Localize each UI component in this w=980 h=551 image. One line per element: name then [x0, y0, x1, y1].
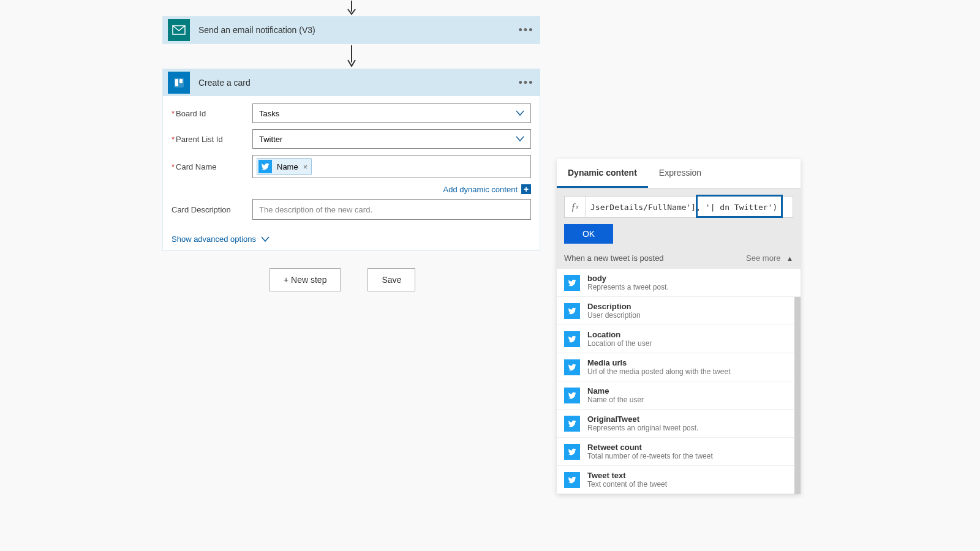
placeholder-text: The description of the new card. — [259, 205, 372, 214]
field-label-board: *Board Id — [172, 109, 252, 118]
ok-button[interactable]: OK — [564, 224, 613, 244]
item-desc: Total number of re-tweets for the tweet — [587, 452, 713, 460]
item-desc: Represents a tweet post. — [587, 283, 669, 291]
mail-icon — [168, 19, 190, 41]
item-title: Retweet count — [587, 443, 713, 452]
item-desc: Text content of the tweet — [587, 480, 667, 489]
board-select[interactable]: Tasks — [252, 103, 531, 123]
expression-text: JserDetails/FullName'], '| dn Twitter') — [586, 203, 793, 212]
field-label-desc: Card Description — [172, 205, 252, 214]
flow-arrow-icon — [162, 0, 540, 16]
source-title: When a new tweet is posted — [564, 253, 664, 263]
twitter-icon — [564, 444, 580, 460]
fx-icon: ƒx — [565, 197, 586, 217]
item-desc: User description — [587, 311, 641, 320]
show-advanced-options[interactable]: Show advanced options — [172, 234, 270, 244]
item-desc: Represents an original tweet post. — [587, 424, 698, 432]
step-send-email[interactable]: Send an email notification (V3) ••• — [162, 16, 540, 44]
item-title: Location — [587, 330, 652, 339]
field-label-cardname: *Card Name — [172, 162, 252, 171]
step-create-card: Create a card ••• *Board Id Tasks *Paren… — [162, 69, 540, 251]
item-title: OriginalTweet — [587, 414, 698, 424]
chevron-down-icon — [261, 236, 270, 242]
dynamic-items-list: bodyRepresents a tweet post.DescriptionU… — [557, 269, 801, 494]
flow-arrow-icon — [162, 44, 540, 69]
select-value: Tasks — [259, 109, 279, 118]
save-button[interactable]: Save — [368, 268, 415, 291]
plus-icon: + — [521, 184, 531, 194]
twitter-icon — [564, 388, 580, 403]
dynamic-item[interactable]: Retweet countTotal number of re-tweets f… — [557, 438, 801, 466]
item-desc: Name of the user — [587, 395, 644, 404]
item-title: body — [587, 274, 669, 283]
cardname-input[interactable]: Name × — [252, 155, 531, 178]
item-title: Media urls — [587, 358, 730, 367]
see-more-link[interactable]: See more — [746, 253, 780, 263]
twitter-icon — [564, 472, 580, 488]
step-header[interactable]: Create a card ••• — [163, 69, 540, 96]
svg-rect-2 — [175, 79, 178, 86]
collapse-icon[interactable]: ▲ — [786, 255, 793, 262]
chevron-down-icon — [516, 135, 524, 144]
twitter-icon — [564, 331, 580, 347]
svg-rect-3 — [179, 79, 183, 83]
list-select[interactable]: Twitter — [252, 129, 531, 149]
add-dynamic-content-link[interactable]: Add dynamic content + — [252, 184, 531, 194]
dynamic-content-panel: Dynamic content Expression ƒx JserDetail… — [557, 159, 801, 494]
twitter-icon — [564, 275, 580, 291]
dynamic-item[interactable]: OriginalTweetRepresents an original twee… — [557, 410, 801, 438]
twitter-icon — [258, 160, 272, 173]
item-desc: Location of the user — [587, 339, 652, 348]
dynamic-item[interactable]: bodyRepresents a tweet post. — [557, 269, 801, 297]
select-value: Twitter — [259, 135, 282, 144]
dynamic-item[interactable]: Tweet textText content of the tweet — [557, 466, 801, 494]
trello-icon — [168, 72, 190, 94]
step-title: Create a card — [198, 78, 518, 88]
chevron-down-icon — [516, 109, 524, 118]
scrollbar[interactable] — [794, 297, 801, 494]
expression-input[interactable]: ƒx JserDetails/FullName'], '| dn Twitter… — [564, 196, 793, 218]
dynamic-item[interactable]: DescriptionUser description — [557, 297, 801, 325]
twitter-icon — [564, 359, 580, 375]
twitter-icon — [564, 416, 580, 432]
step-menu-icon[interactable]: ••• — [518, 24, 535, 37]
token-remove-icon[interactable]: × — [303, 162, 308, 171]
new-step-button[interactable]: + New step — [270, 268, 341, 291]
tab-expression[interactable]: Expression — [648, 159, 712, 188]
step-menu-icon[interactable]: ••• — [518, 77, 535, 89]
item-desc: Url of the media posted along with the t… — [587, 367, 730, 376]
dynamic-item[interactable]: LocationLocation of the user — [557, 325, 801, 353]
token-name[interactable]: Name × — [257, 158, 312, 175]
field-label-list: *Parent List Id — [172, 135, 252, 144]
dynamic-item[interactable]: NameName of the user — [557, 381, 801, 410]
description-input[interactable]: The description of the new card. — [252, 199, 531, 220]
step-title: Send an email notification (V3) — [198, 25, 518, 35]
dynamic-item[interactable]: Media urlsUrl of the media posted along … — [557, 353, 801, 381]
twitter-icon — [564, 303, 580, 319]
token-label: Name — [277, 162, 298, 171]
item-title: Tweet text — [587, 471, 667, 480]
item-title: Name — [587, 386, 644, 395]
item-title: Description — [587, 302, 641, 311]
tab-dynamic-content[interactable]: Dynamic content — [557, 159, 648, 188]
